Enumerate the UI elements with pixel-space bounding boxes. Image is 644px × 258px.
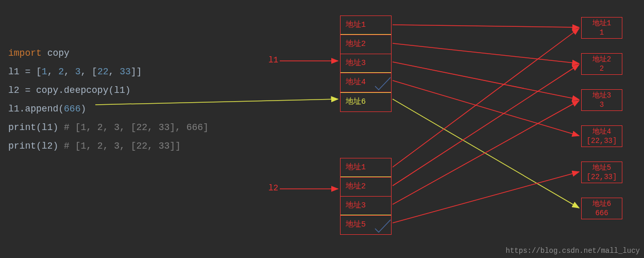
val-box-1: 地址1 1 (581, 17, 622, 39)
num-2: 2 (58, 67, 64, 77)
open-bracket: [ (36, 67, 42, 77)
val-box-4: 地址4 [22,33] (581, 125, 622, 147)
eq-op: = (20, 85, 36, 95)
val-5-value: [22,33] (582, 172, 622, 182)
l2-var: l2 (8, 85, 20, 95)
dot: . (20, 104, 25, 114)
val-4-value: [22,33] (582, 136, 622, 146)
val-1-label: 地址1 (582, 19, 622, 28)
val-box-2: 地址2 2 (581, 53, 622, 75)
num-666: 666 (64, 104, 80, 114)
comma: , (80, 67, 92, 77)
dot: . (58, 85, 64, 95)
open-bracket: [ (92, 67, 97, 77)
val-6-value: 666 (582, 208, 622, 218)
l1-var: l1 (8, 104, 20, 114)
comment: # [1, 2, 3, [22, 33], 666] (58, 122, 209, 133)
val-3-label: 地址3 (582, 91, 622, 100)
svg-line-7 (393, 28, 579, 167)
num-3: 3 (75, 67, 81, 77)
l1-label: l1 (268, 56, 278, 65)
svg-line-6 (393, 99, 579, 208)
comma: , (109, 67, 120, 77)
print-fn: print (8, 122, 36, 133)
svg-line-2 (393, 25, 579, 27)
args: (l1) (36, 122, 58, 133)
svg-line-3 (393, 43, 579, 63)
l1-cell-3: 地址3 (341, 54, 391, 73)
copy-mod: copy (36, 85, 58, 95)
l1-cell-2: 地址2 (341, 35, 391, 54)
l2-cell-3: 地址3 (341, 197, 391, 216)
val-1-value: 1 (582, 28, 622, 37)
l2-box: 地址1 地址2 地址3 地址5 (340, 158, 392, 235)
l1-cell-4: 地址4 (341, 73, 391, 92)
args: (l1) (108, 85, 130, 95)
val-box-6: 地址6 666 (581, 198, 622, 219)
l2-cell-1: 地址1 (341, 158, 391, 178)
val-2-label: 地址2 (582, 55, 622, 64)
num-1: 1 (42, 67, 47, 77)
val-5-label: 地址5 (582, 163, 622, 172)
code-block: import copy l1 = [1, 2, 3, [22, 33]] l2 … (8, 44, 209, 155)
val-6-label: 地址6 (582, 199, 622, 208)
val-3-value: 3 (582, 100, 622, 109)
close-bracket: ] (131, 67, 137, 77)
l1-cell-5: 地址6 (341, 92, 391, 111)
svg-line-10 (393, 172, 579, 223)
print-fn: print (8, 141, 36, 151)
eq-op: = (20, 67, 36, 77)
svg-line-5 (393, 80, 579, 136)
val-box-5: 地址5 [22,33] (581, 162, 622, 183)
l1-box: 地址1 地址2 地址3 地址4 地址6 (340, 15, 392, 112)
code-line-2: l1 = [1, 2, 3, [22, 33]] (8, 62, 209, 81)
l2-cell-2: 地址2 (341, 178, 391, 197)
l2-label: l2 (268, 184, 278, 193)
svg-line-4 (393, 62, 579, 100)
val-box-3: 地址3 3 (581, 89, 622, 111)
l1-var: l1 (8, 67, 20, 77)
copy-mod: copy (47, 48, 70, 58)
val-2-value: 2 (582, 64, 622, 73)
l2-cell-4: 地址5 (341, 216, 391, 234)
import-kw: import (8, 48, 42, 58)
svg-line-8 (393, 64, 579, 186)
code-line-1: import copy (8, 44, 209, 62)
comma: , (64, 67, 75, 77)
args: (l2) (36, 141, 58, 151)
l1-cell-1: 地址1 (341, 16, 391, 35)
watermark: https://blog.csdn.net/mall_lucy (506, 247, 640, 255)
code-line-3: l2 = copy.deepcopy(l1) (8, 81, 209, 100)
deepcopy-fn: deepcopy (64, 85, 108, 95)
comment: # [1, 2, 3, [22, 33]] (58, 141, 181, 151)
num-22: 22 (97, 67, 109, 77)
comma: , (47, 67, 59, 77)
append-fn: append (25, 104, 58, 114)
code-line-6: print(l2) # [1, 2, 3, [22, 33]] (8, 137, 209, 155)
svg-line-9 (393, 101, 579, 204)
code-line-5: print(l1) # [1, 2, 3, [22, 33], 666] (8, 118, 209, 137)
val-4-label: 地址4 (582, 127, 622, 136)
num-33: 33 (120, 67, 131, 77)
code-line-4: l1.append(666) (8, 100, 209, 118)
open-paren: ( (58, 104, 64, 114)
close-paren: ) (80, 104, 86, 114)
close-bracket: ] (137, 67, 142, 77)
